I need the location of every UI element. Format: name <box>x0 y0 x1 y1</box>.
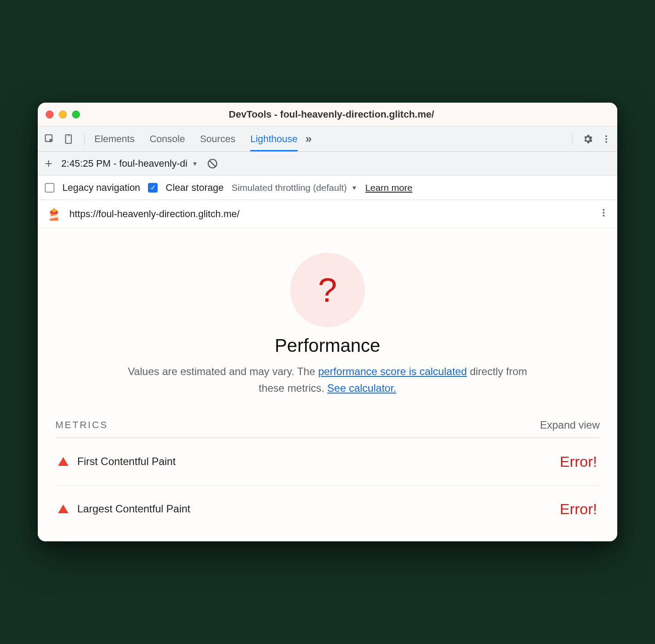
legacy-navigation-checkbox[interactable] <box>45 183 54 193</box>
learn-more-link[interactable]: Learn more <box>365 182 412 193</box>
new-report-button[interactable]: + <box>45 157 53 170</box>
toolbar-divider <box>84 132 85 146</box>
settings-gear-icon[interactable] <box>582 133 594 145</box>
inspect-element-icon[interactable] <box>44 133 55 145</box>
svg-point-4 <box>605 138 607 140</box>
metric-value: Error! <box>560 453 597 470</box>
report-selector-label: 2:45:25 PM - foul-heavenly-di <box>61 158 187 169</box>
error-triangle-icon <box>58 504 68 513</box>
svg-point-3 <box>605 135 607 137</box>
legacy-navigation-label: Legacy navigation <box>62 182 140 193</box>
throttling-label: Simulated throttling (default) <box>231 182 347 193</box>
expand-view-toggle[interactable]: Expand view <box>540 419 600 431</box>
metric-name: Largest Contentful Paint <box>77 503 191 515</box>
svg-point-12 <box>603 209 605 211</box>
devtools-window: DevTools - foul-heavenly-direction.glitc… <box>38 103 617 541</box>
clear-storage-label: Clear storage <box>166 182 223 193</box>
tab-console[interactable]: Console <box>150 126 185 151</box>
device-toggle-icon[interactable] <box>63 133 75 145</box>
close-window-button[interactable] <box>46 111 54 118</box>
report-selector[interactable]: 2:45:25 PM - foul-heavenly-di ▼ <box>61 158 198 169</box>
lighthouse-options-bar: Legacy navigation ✓ Clear storage Simula… <box>38 175 617 200</box>
metric-row: Largest Contentful Paint Error! <box>55 486 600 533</box>
clear-storage-checkbox[interactable]: ✓ <box>148 183 158 193</box>
tab-elements[interactable]: Elements <box>94 126 135 151</box>
chevron-down-icon: ▼ <box>351 184 357 191</box>
kebab-menu-icon[interactable] <box>601 134 611 144</box>
svg-rect-2 <box>68 136 69 136</box>
metrics-label: METRICS <box>55 419 108 431</box>
performance-score-badge: ? <box>290 253 365 327</box>
toolbar-divider <box>572 132 572 146</box>
throttling-selector[interactable]: Simulated throttling (default) ▼ <box>231 182 357 193</box>
metric-row: First Contentful Paint Error! <box>55 438 600 486</box>
lighthouse-icon <box>47 207 61 222</box>
score-value: ? <box>318 270 337 310</box>
report-url: https://foul-heavenly-direction.glitch.m… <box>69 208 591 220</box>
tab-lighthouse[interactable]: Lighthouse <box>250 126 298 151</box>
clear-icon[interactable] <box>207 158 218 169</box>
titlebar: DevTools - foul-heavenly-direction.glitc… <box>38 103 617 126</box>
more-tabs-icon[interactable]: » <box>306 132 312 146</box>
see-calculator-link[interactable]: See calculator. <box>327 382 396 394</box>
window-title: DevTools - foul-heavenly-direction.glitc… <box>54 109 609 120</box>
performance-heading: Performance <box>47 335 608 356</box>
svg-rect-9 <box>52 209 56 212</box>
svg-point-14 <box>603 215 605 216</box>
panel-tabs: Elements Console Sources Lighthouse <box>94 126 298 151</box>
report-menu-icon[interactable] <box>599 208 608 220</box>
svg-line-7 <box>209 161 215 166</box>
perf-score-link[interactable]: performance score is calculated <box>318 365 467 377</box>
metrics-header: METRICS Expand view <box>55 419 600 438</box>
lighthouse-report: ? Performance Values are estimated and m… <box>38 228 617 541</box>
svg-point-13 <box>603 212 605 214</box>
chevron-down-icon: ▼ <box>192 160 198 167</box>
metric-value: Error! <box>560 501 597 518</box>
performance-description: Values are estimated and may vary. The p… <box>117 363 538 396</box>
lighthouse-toolbar: + 2:45:25 PM - foul-heavenly-di ▼ <box>38 152 617 175</box>
metric-name: First Contentful Paint <box>77 455 176 468</box>
main-toolbar: Elements Console Sources Lighthouse » <box>38 126 617 152</box>
tab-sources[interactable]: Sources <box>200 126 235 151</box>
svg-point-5 <box>605 141 607 143</box>
error-triangle-icon <box>58 457 68 466</box>
report-url-bar: https://foul-heavenly-direction.glitch.m… <box>38 200 617 228</box>
